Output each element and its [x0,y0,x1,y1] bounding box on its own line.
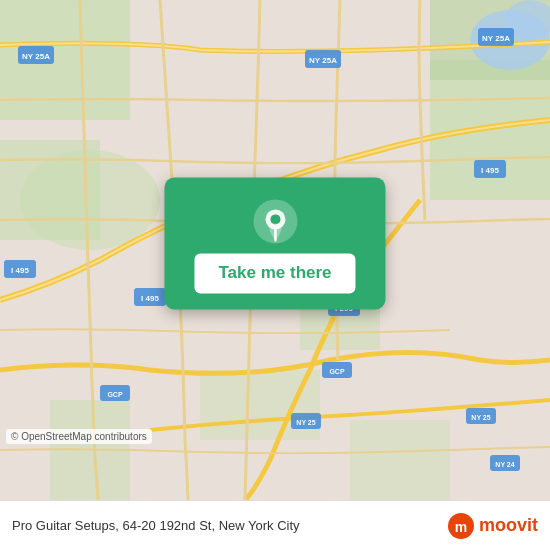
button-overlay: Take me there [164,177,385,309]
svg-text:I 495: I 495 [141,294,159,303]
svg-text:NY 25: NY 25 [296,419,315,426]
moovit-logo-text: moovit [479,515,538,536]
svg-rect-9 [350,420,450,500]
svg-text:NY 24: NY 24 [495,461,514,468]
take-me-there-button[interactable]: Take me there [194,253,355,293]
bottom-bar: Pro Guitar Setups, 64-20 192nd St, New Y… [0,500,550,550]
svg-text:NY 25A: NY 25A [482,34,510,43]
svg-text:I 495: I 495 [11,266,29,275]
location-icon-wrapper [251,197,299,245]
svg-text:NY 25A: NY 25A [309,56,337,65]
svg-text:GCP: GCP [107,391,123,398]
svg-text:m: m [455,519,467,535]
svg-rect-7 [200,370,320,440]
svg-text:NY 25A: NY 25A [22,52,50,61]
action-card: Take me there [164,177,385,309]
svg-point-38 [270,214,280,224]
svg-text:GCP: GCP [329,368,345,375]
svg-text:I 495: I 495 [481,166,499,175]
moovit-m-icon: m [447,512,475,540]
svg-point-3 [20,150,160,250]
map-container: NY 25A NY 25A NY 25A I 495 I 495 I 495 I… [0,0,550,500]
svg-text:NY 25: NY 25 [471,414,490,421]
location-pin-icon [252,198,298,244]
moovit-logo: m moovit [447,512,538,540]
copyright-text: © OpenStreetMap contributors [6,429,152,444]
address-text: Pro Guitar Setups, 64-20 192nd St, New Y… [12,518,437,533]
